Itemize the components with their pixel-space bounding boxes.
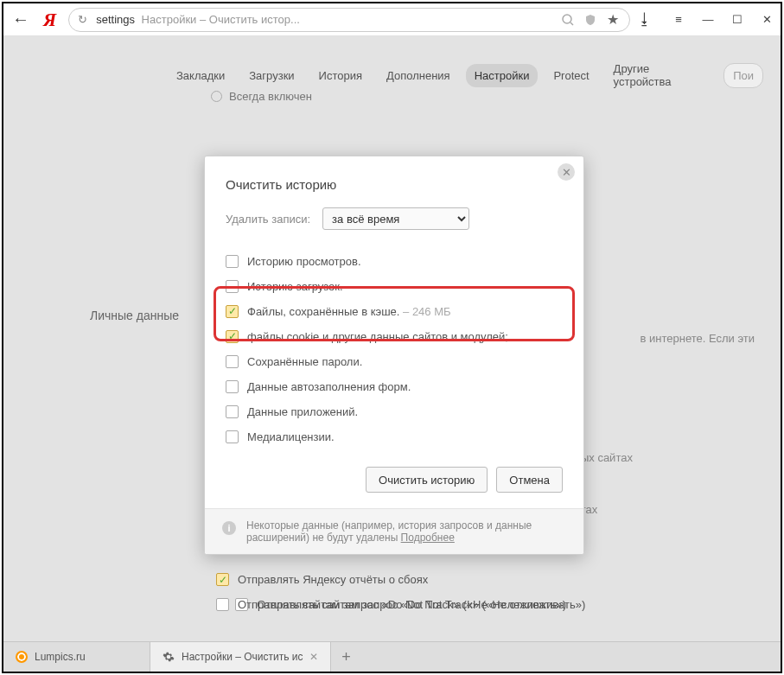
check-autofill-data[interactable]: Данные автозаполнения форм. bbox=[226, 374, 563, 399]
info-icon: i bbox=[222, 521, 236, 535]
check-download-history[interactable]: Историю загрузок. bbox=[226, 274, 563, 299]
reload-icon[interactable]: ↻ bbox=[78, 13, 87, 26]
checkbox-icon bbox=[226, 330, 239, 343]
cancel-button[interactable]: Отмена bbox=[496, 467, 563, 493]
search-icon[interactable] bbox=[560, 12, 576, 28]
checkbox-label: Историю просмотров. bbox=[247, 255, 361, 268]
checkbox-icon bbox=[226, 405, 239, 418]
period-select[interactable]: за всё время bbox=[322, 207, 469, 230]
bookmark-star-icon[interactable]: ★ bbox=[605, 12, 621, 28]
check-app-data[interactable]: Данные приложений. bbox=[226, 399, 563, 424]
checkbox-icon bbox=[226, 305, 239, 318]
checkbox-label: Данные приложений. bbox=[247, 405, 358, 418]
bg-radio-label: Всегда включен bbox=[229, 90, 312, 103]
favicon-orange-icon bbox=[16, 651, 28, 663]
new-tab-button[interactable]: + bbox=[331, 642, 360, 672]
check-cookies[interactable]: файлы cookie и другие данные сайтов и мо… bbox=[226, 324, 563, 349]
checkbox-icon bbox=[216, 598, 229, 611]
tab-strip: Lumpics.ru Настройки – Очистить ис ✕ + bbox=[3, 641, 781, 672]
bg-text-fragment: в интернете. Если эти bbox=[640, 332, 755, 345]
address-text: settings Настройки – Очистить истор... bbox=[96, 13, 551, 26]
checkbox-icon bbox=[226, 355, 239, 368]
tab-downloads[interactable]: Загрузки bbox=[240, 64, 303, 87]
tab-settings[interactable]: Настройки bbox=[466, 64, 539, 87]
learn-more-link[interactable]: Подробнее bbox=[401, 532, 455, 544]
page-content: Закладки Загрузки История Дополнения Нас… bbox=[3, 36, 781, 641]
checkbox-label: Файлы, сохранённые в кэше. – 246 МБ bbox=[247, 305, 451, 318]
checkbox-label: Историю загрузок. bbox=[247, 280, 343, 293]
tab-label: Настройки – Очистить ис bbox=[182, 651, 303, 663]
dialog-footer-note: i Некоторые данные (например, история за… bbox=[205, 508, 583, 554]
close-dialog-button[interactable]: ✕ bbox=[558, 163, 575, 181]
footer-text: Некоторые данные (например, история запр… bbox=[246, 519, 532, 544]
checkbox-icon bbox=[226, 255, 239, 268]
clear-options-list: Историю просмотров. Историю загрузок. Фа… bbox=[205, 245, 583, 462]
browser-tab-lumpics[interactable]: Lumpics.ru bbox=[3, 642, 150, 672]
checkbox-crash-reports[interactable]: Отправлять Яндексу отчёты о сбоях bbox=[216, 573, 428, 586]
check-browsing-history[interactable]: Историю просмотров. bbox=[226, 249, 563, 274]
check-media-licenses[interactable]: Медиалицензии. bbox=[226, 424, 563, 449]
checkbox-icon bbox=[216, 573, 229, 586]
menu-icon[interactable]: ≡ bbox=[672, 13, 685, 26]
close-tab-icon[interactable]: ✕ bbox=[309, 651, 318, 663]
checkbox-label: Отправлять сайтам запрос «Do Not Track» … bbox=[238, 598, 566, 611]
clear-history-dialog: ✕ Очистить историю Удалить записи: за вс… bbox=[204, 156, 584, 555]
back-button[interactable]: ← bbox=[10, 10, 31, 29]
downloads-icon[interactable]: ⭳ bbox=[637, 12, 653, 28]
checkbox-icon bbox=[226, 280, 239, 293]
checkbox-label: Сохранённые пароли. bbox=[247, 355, 362, 368]
tab-label: Lumpics.ru bbox=[35, 651, 86, 663]
check-cached-files[interactable]: Файлы, сохранённые в кэше. – 246 МБ bbox=[226, 299, 563, 324]
checkbox-icon bbox=[226, 380, 239, 393]
tab-protect[interactable]: Protect bbox=[545, 64, 597, 87]
checkbox-label: файлы cookie и другие данные сайтов и мо… bbox=[247, 330, 508, 343]
clear-history-button[interactable]: Очистить историю bbox=[366, 467, 488, 493]
sidebar-section-personal-data: Личные данные bbox=[90, 309, 179, 322]
checkbox-label: Медиалицензии. bbox=[247, 430, 335, 443]
check-saved-passwords[interactable]: Сохранённые пароли. bbox=[226, 349, 563, 374]
radio-icon bbox=[211, 91, 222, 102]
period-label: Удалить записи: bbox=[226, 213, 310, 226]
minimize-button[interactable]: — bbox=[701, 13, 715, 26]
svg-line-1 bbox=[570, 22, 573, 25]
svg-point-0 bbox=[563, 15, 571, 23]
bg-radio-always-on[interactable]: Всегда включен bbox=[211, 90, 312, 103]
address-bar[interactable]: ↻ settings Настройки – Очистить истор...… bbox=[68, 8, 630, 32]
browser-toolbar: ← Я ↻ settings Настройки – Очистить исто… bbox=[3, 3, 781, 36]
tab-addons[interactable]: Дополнения bbox=[378, 64, 459, 87]
checkbox-icon bbox=[226, 430, 239, 443]
tab-bookmarks[interactable]: Закладки bbox=[168, 64, 233, 87]
settings-nav: Закладки Загрузки История Дополнения Нас… bbox=[168, 57, 763, 93]
settings-search[interactable]: Пои bbox=[723, 63, 763, 88]
checkbox-label: Данные автозаполнения форм. bbox=[247, 380, 411, 393]
checkbox-do-not-track[interactable]: Отправлять сайтам запрос «Do Not Track» … bbox=[216, 598, 566, 611]
yandex-logo[interactable]: Я bbox=[43, 9, 56, 31]
maximize-button[interactable]: ☐ bbox=[730, 13, 744, 26]
favicon-gear-icon bbox=[163, 651, 175, 663]
tab-history[interactable]: История bbox=[310, 64, 371, 87]
shield-icon[interactable] bbox=[583, 12, 598, 28]
browser-tab-settings[interactable]: Настройки – Очистить ис ✕ bbox=[150, 642, 331, 672]
close-window-button[interactable]: ✕ bbox=[760, 13, 774, 26]
tab-other-devices[interactable]: Другие устройства bbox=[605, 57, 717, 93]
checkbox-label: Отправлять Яндексу отчёты о сбоях bbox=[238, 573, 428, 586]
dialog-title: Очистить историю bbox=[205, 156, 583, 207]
